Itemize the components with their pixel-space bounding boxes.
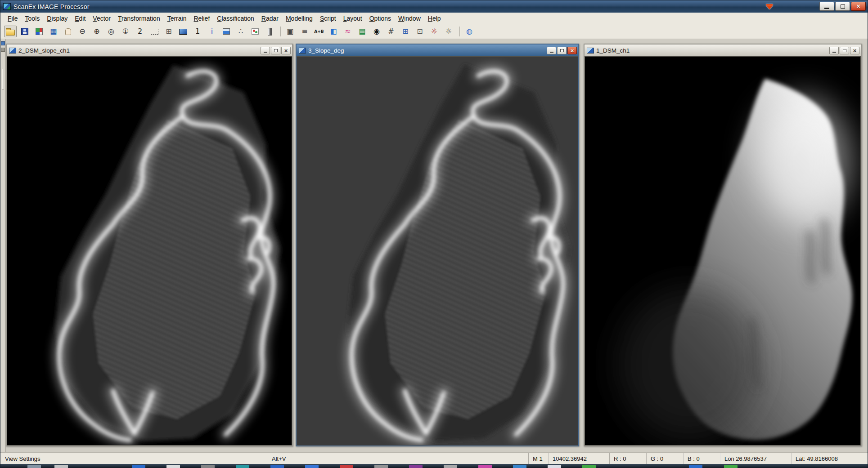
- menu-item-options[interactable]: Options: [366, 13, 395, 23]
- app-title: ScanEx IMAGE Processor: [13, 3, 90, 10]
- child-restore-button[interactable]: [840, 47, 849, 54]
- cascade-windows-icon[interactable]: ▣: [284, 26, 297, 37]
- menu-item-modelling[interactable]: Modelling: [282, 13, 316, 23]
- taskbar-icon[interactable]: [27, 465, 41, 468]
- minimize-button[interactable]: [819, 2, 834, 11]
- dock-handle[interactable]: [2, 69, 4, 89]
- batch-settings-icon[interactable]: ☼: [442, 26, 455, 37]
- zoom-out-icon[interactable]: ⊖: [76, 26, 89, 37]
- process-settings-icon[interactable]: ☼: [428, 26, 441, 37]
- taskbar-icon[interactable]: [409, 465, 423, 468]
- globe-dark-icon[interactable]: ◉: [370, 26, 383, 37]
- class-points-icon[interactable]: [249, 26, 261, 37]
- taskbar-icon[interactable]: [132, 465, 145, 468]
- attribute-table-icon[interactable]: ▦: [47, 26, 60, 37]
- zoom-window-icon[interactable]: ◎: [105, 26, 117, 37]
- taskbar[interactable]: [0, 464, 868, 468]
- title-bar[interactable]: ScanEx IMAGE Processor ×: [0, 0, 868, 13]
- child-close-button[interactable]: ×: [850, 47, 859, 54]
- profile-tool-icon[interactable]: ≈: [342, 26, 354, 37]
- child-titlebar[interactable]: 3_Slope_deg ×: [297, 45, 578, 56]
- child-minimize-button[interactable]: [829, 47, 839, 54]
- taskbar-icon[interactable]: [270, 465, 284, 468]
- menu-item-help[interactable]: Help: [424, 13, 445, 23]
- menu-item-transformation[interactable]: Transformation: [114, 13, 164, 23]
- status-segment: 10402.36942: [548, 453, 609, 464]
- taskbar-icon[interactable]: [548, 465, 561, 468]
- status-segment: Lat: 49.8166008: [791, 453, 866, 464]
- application-window: ScanEx IMAGE Processor × FileToolsDispla…: [0, 0, 868, 468]
- band-math-icon[interactable]: A+B: [313, 26, 325, 37]
- maximize-button[interactable]: [835, 2, 850, 11]
- menu-item-relief[interactable]: Relief: [190, 13, 213, 23]
- taskbar-icon[interactable]: [305, 465, 319, 468]
- mdi-area: 2_DSM_slope_ch1 × 3_Slope_deg: [0, 39, 868, 453]
- menu-item-edit[interactable]: Edit: [71, 13, 89, 23]
- menu-item-radar[interactable]: Radar: [258, 13, 282, 23]
- child-minimize-button[interactable]: [547, 47, 556, 54]
- open-folder-icon[interactable]: [4, 26, 17, 37]
- dock-icon[interactable]: [1, 41, 5, 45]
- mesh-grid-icon[interactable]: #: [385, 26, 397, 37]
- menu-item-vector[interactable]: Vector: [89, 13, 114, 23]
- child-close-button[interactable]: ×: [281, 47, 291, 54]
- status-segment: R : 0: [609, 453, 646, 464]
- taskbar-icon[interactable]: [724, 465, 738, 468]
- child-restore-button[interactable]: [271, 47, 280, 54]
- grid-rulers-icon[interactable]: ⊞: [162, 26, 175, 37]
- scatter-plot-icon[interactable]: ∴: [234, 26, 247, 37]
- menu-item-window[interactable]: Window: [395, 13, 424, 23]
- histogram-icon[interactable]: [220, 26, 233, 37]
- menu-item-script[interactable]: Script: [316, 13, 340, 23]
- save-icon[interactable]: [18, 26, 31, 37]
- tile-windows-icon[interactable]: ⊞: [399, 26, 412, 37]
- status-segment: G : 0: [646, 453, 683, 464]
- menu-item-layout[interactable]: Layout: [340, 13, 366, 23]
- taskbar-icon[interactable]: [236, 465, 249, 468]
- taskbar-icon[interactable]: [340, 465, 353, 468]
- menu-item-terrain[interactable]: Terrain: [164, 13, 190, 23]
- taskbar-icon[interactable]: [582, 465, 596, 468]
- layer-list-icon[interactable]: ≡: [298, 26, 311, 37]
- zoom-actual-icon[interactable]: ①: [119, 26, 132, 37]
- taskbar-icon[interactable]: [444, 465, 457, 468]
- menu-item-tools[interactable]: Tools: [22, 13, 44, 23]
- close-button[interactable]: ×: [851, 2, 866, 11]
- raster-view-dsm[interactable]: [585, 56, 861, 446]
- taskbar-icon[interactable]: [54, 465, 68, 468]
- window-slope-deg: 3_Slope_deg ×: [296, 44, 579, 446]
- web-globe-icon[interactable]: ◍: [463, 26, 476, 37]
- single-view-icon[interactable]: 1: [191, 26, 204, 37]
- zoom-scale-icon[interactable]: 2: [134, 26, 146, 37]
- taskbar-icon[interactable]: [374, 465, 388, 468]
- dock-icon[interactable]: [1, 48, 5, 52]
- child-minimize-button[interactable]: [261, 47, 270, 54]
- raster-view-slope-2[interactable]: [297, 56, 578, 446]
- raster-view-slope-1[interactable]: [7, 56, 292, 446]
- grayscale-bar-icon[interactable]: [263, 26, 276, 37]
- swipe-compare-icon[interactable]: ◧: [327, 26, 340, 37]
- georeference-icon[interactable]: ⊡: [414, 26, 426, 37]
- taskbar-icon[interactable]: [689, 465, 702, 468]
- raster-icon: [299, 48, 306, 53]
- child-close-button[interactable]: ×: [567, 47, 577, 54]
- band-stats-icon[interactable]: [33, 26, 45, 37]
- full-screen-icon[interactable]: [177, 26, 189, 37]
- status-hint: View Settings: [5, 455, 40, 462]
- menu-item-display[interactable]: Display: [43, 13, 71, 23]
- select-area-icon[interactable]: [148, 26, 161, 37]
- pixel-table-icon[interactable]: ▤: [356, 26, 369, 37]
- info-icon[interactable]: i: [206, 26, 218, 37]
- child-titlebar[interactable]: 2_DSM_slope_ch1 ×: [7, 45, 292, 56]
- zoom-in-icon[interactable]: ⊕: [90, 26, 103, 37]
- pan-hand-icon[interactable]: [62, 26, 74, 37]
- child-titlebar[interactable]: 1_DSM_ch1 ×: [585, 45, 861, 56]
- child-restore-button[interactable]: [557, 47, 567, 54]
- taskbar-icon[interactable]: [513, 465, 526, 468]
- menu-item-file[interactable]: File: [4, 13, 22, 23]
- menu-item-classification[interactable]: Classification: [213, 13, 258, 23]
- taskbar-icon[interactable]: [166, 465, 180, 468]
- double-arrow-icon[interactable]: [765, 1, 774, 12]
- taskbar-icon[interactable]: [478, 465, 492, 468]
- taskbar-icon[interactable]: [201, 465, 215, 468]
